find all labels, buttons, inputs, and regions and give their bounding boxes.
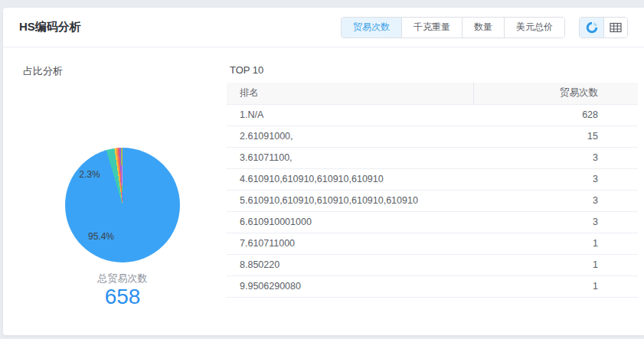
table-icon	[610, 22, 622, 33]
value-cell: 628	[473, 104, 638, 125]
value-cell: 1	[473, 275, 638, 297]
view-toggle-group	[579, 17, 628, 38]
table-header-row: 排名 贸易次数	[227, 83, 638, 104]
value-cell: 3	[473, 168, 638, 190]
value-cell: 1	[473, 233, 638, 254]
tab-trade-count[interactable]: 贸易次数	[342, 18, 401, 37]
pie-chart[interactable]	[65, 148, 180, 262]
table-row: 8.8502201	[227, 254, 638, 275]
value-cell: 15	[473, 125, 638, 147]
metric-tab-group: 贸易次数 千克重量 数量 美元总价	[341, 17, 565, 38]
table-row: 5.610910,610910,610910,610910,6109103	[227, 190, 638, 211]
rank-cell: 3.61071100,	[227, 147, 473, 168]
tab-quantity[interactable]: 数量	[462, 18, 504, 37]
hs-code-analysis-card: HS编码分析 贸易次数 千克重量 数量 美元总价	[3, 8, 644, 335]
rank-cell: 6.610910001000	[227, 211, 473, 233]
card-header: HS编码分析 贸易次数 千克重量 数量 美元总价	[3, 8, 644, 47]
rank-cell: 9.9506290080	[227, 275, 473, 297]
table-row: 2.61091000,15	[227, 125, 638, 147]
rank-cell: 7.610711000	[227, 233, 473, 254]
rank-cell: 8.850220	[227, 254, 473, 275]
total-trades-label: 总贸易次数	[65, 272, 180, 285]
table-row: 4.610910,610910,610910,6109103	[227, 168, 638, 190]
value-cell: 1	[473, 254, 638, 275]
value-cell: 3	[473, 147, 638, 168]
rank-cell: 2.61091000,	[227, 125, 473, 147]
top10-table: 排名 贸易次数 1.N/A6282.61091000,153.61071100,…	[227, 83, 638, 298]
table-row: 6.6109100010003	[227, 211, 638, 233]
rank-column-header: 排名	[227, 83, 473, 104]
pie-label-main: 95.4%	[88, 231, 114, 242]
rank-cell: 5.610910,610910,610910,610910,610910	[227, 190, 473, 211]
rank-cell: 1.N/A	[227, 104, 473, 125]
tab-usd-total[interactable]: 美元总价	[504, 18, 564, 37]
pie-chart-icon	[586, 21, 598, 34]
left-panel-heading: 占比分析	[23, 64, 63, 78]
page-title: HS编码分析	[19, 20, 81, 34]
table-view-button[interactable]	[603, 18, 627, 37]
total-trades-value: 658	[65, 285, 180, 309]
table-row: 1.N/A628	[227, 104, 638, 125]
table-row: 3.61071100,3	[227, 147, 638, 168]
value-cell: 3	[473, 211, 638, 233]
tab-kg-weight[interactable]: 千克重量	[401, 18, 462, 37]
pie-view-button[interactable]	[580, 18, 603, 37]
card-body: 占比分析 95.4% 2.3% 总贸易次数 658 TOP 10 排名 贸易次数…	[3, 47, 644, 335]
table-row: 9.95062900801	[227, 275, 638, 297]
value-column-header: 贸易次数	[473, 83, 638, 104]
rank-cell: 4.610910,610910,610910,610910	[227, 168, 473, 190]
right-panel-heading: TOP 10	[230, 64, 263, 76]
table-row: 7.6107110001	[227, 233, 638, 254]
value-cell: 3	[473, 190, 638, 211]
pie-label-second: 2.3%	[79, 169, 100, 180]
